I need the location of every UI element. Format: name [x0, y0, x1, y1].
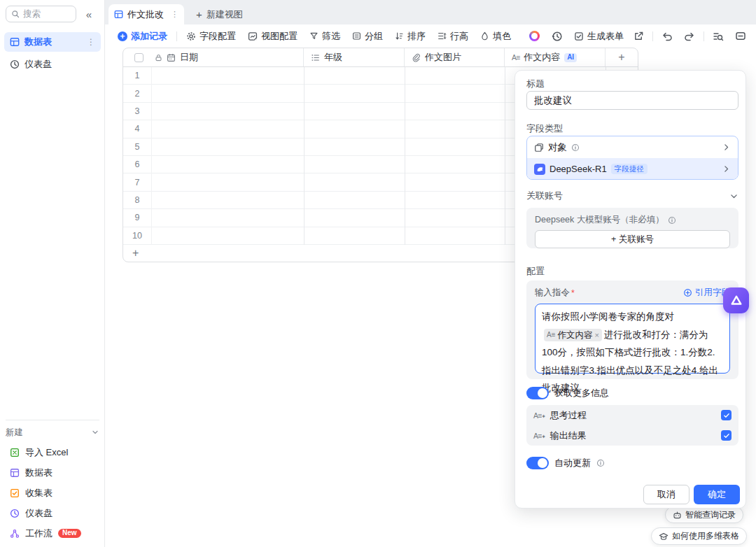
- find-records-icon[interactable]: [713, 31, 724, 42]
- group-button[interactable]: 分组: [352, 30, 383, 43]
- create-menu-item[interactable]: 工作流New: [4, 523, 101, 544]
- row-number: 1: [123, 71, 151, 80]
- output-option-label: 思考过程: [550, 409, 587, 422]
- new-section-header[interactable]: 新建: [6, 424, 99, 441]
- collapse-sidebar-icon[interactable]: «: [81, 6, 97, 22]
- grid-line: [304, 67, 304, 245]
- redo-icon[interactable]: [684, 31, 695, 42]
- account-section-header[interactable]: 关联账号: [526, 190, 738, 202]
- create-menu-item[interactable]: 仪表盘: [4, 503, 101, 523]
- more-info-toggle-row: 获取更多信息: [526, 387, 609, 399]
- view-config-button[interactable]: 视图配置: [248, 30, 298, 43]
- create-menu-item[interactable]: 导入 Excel: [4, 442, 101, 462]
- automation-history-icon[interactable]: [552, 31, 563, 42]
- ai-text-icon: A≡: [512, 53, 519, 62]
- help-pill[interactable]: 如何使用多维表格: [651, 527, 747, 545]
- auto-update-toggle[interactable]: [526, 457, 549, 469]
- more-icon[interactable]: ⋮: [87, 37, 95, 47]
- more-icon[interactable]: ⋮: [171, 10, 178, 19]
- column-header-4[interactable]: A≡作文内容AI: [505, 48, 606, 66]
- column-header-1[interactable]: 日期: [123, 48, 304, 66]
- title-label: 标题: [526, 78, 545, 90]
- fill-color-button[interactable]: 填色: [480, 30, 511, 43]
- text-field-star-icon: A≡✦: [533, 432, 545, 440]
- column-name: 作文内容: [524, 51, 560, 64]
- share-icon[interactable]: [634, 31, 644, 41]
- auto-update-toggle-row: 自动更新: [526, 457, 605, 469]
- close-icon[interactable]: ×: [595, 329, 599, 341]
- add-record-button[interactable]: + 添加记录: [118, 30, 167, 43]
- undo-icon[interactable]: [662, 31, 673, 42]
- output-option-row: A≡✦思考过程: [533, 406, 732, 425]
- sort-button[interactable]: 排序: [395, 30, 426, 43]
- plus-circle-icon: +: [118, 31, 127, 41]
- view-config-icon: [248, 31, 258, 41]
- output-option-label: 输出结果: [550, 429, 587, 442]
- prompt-text: 请你按照小学阅卷专家的角度对: [542, 311, 674, 322]
- add-record-label: 添加记录: [131, 30, 167, 43]
- checkbox-checked[interactable]: [721, 410, 732, 420]
- link-account-button[interactable]: + 关联账号: [535, 230, 730, 248]
- checkbox-checked[interactable]: [721, 430, 732, 441]
- sidebar-item-dashboard[interactable]: 仪表盘: [4, 55, 101, 74]
- search-box[interactable]: [6, 6, 76, 22]
- create-menu-item[interactable]: 收集表: [4, 483, 101, 503]
- select-icon: [311, 53, 320, 62]
- plus-icon: +: [196, 8, 202, 20]
- sidebar-item-label: 数据表: [24, 36, 52, 48]
- graduation-cap-icon: [659, 532, 668, 541]
- create-menu-item-label: 收集表: [25, 487, 52, 499]
- table-icon: [10, 468, 20, 478]
- create-menu-item[interactable]: 数据表: [4, 462, 101, 483]
- grid-line: [151, 67, 152, 245]
- info-icon[interactable]: [668, 216, 676, 225]
- prompt-editor[interactable]: 请你按照小学阅卷专家的角度对A≡作文内容×进行批改和打分：满分为100分，按照如…: [535, 304, 730, 374]
- create-menu: 导入 Excel数据表收集表仪表盘工作流New: [4, 442, 101, 544]
- new-view-button[interactable]: + 新建视图: [189, 4, 250, 24]
- field-config-button[interactable]: 字段配置: [186, 30, 236, 43]
- column-header-3[interactable]: 作文图片: [405, 48, 505, 66]
- search-input[interactable]: [23, 9, 65, 19]
- shortcut-badge: 字段捷径: [611, 164, 648, 174]
- info-icon[interactable]: [596, 459, 605, 467]
- auto-update-label: 自动更新: [554, 457, 591, 469]
- column-name: 作文图片: [425, 51, 461, 64]
- field-chip[interactable]: A≡作文内容×: [544, 329, 602, 341]
- ai-magic-icon[interactable]: [529, 31, 540, 41]
- filter-button[interactable]: 筛选: [309, 30, 340, 43]
- confirm-button[interactable]: 确定: [694, 485, 740, 504]
- row-number: 2: [123, 89, 151, 99]
- sidebar-item-datatable[interactable]: 数据表 ⋮: [4, 32, 101, 52]
- excel-icon: [10, 448, 20, 457]
- field-type-model-row[interactable]: DeepSeek-R1 字段捷径: [527, 158, 738, 180]
- divider: [704, 31, 704, 41]
- text-field-icon: A≡: [547, 329, 556, 341]
- smart-query-pill[interactable]: 智能查询记录: [665, 506, 743, 523]
- select-all-checkbox[interactable]: [134, 53, 144, 62]
- plus-icon: +: [132, 247, 139, 260]
- more-info-toggle[interactable]: [526, 387, 549, 399]
- create-menu-item-label: 工作流: [25, 527, 52, 540]
- plus-circle-outline-icon: [683, 288, 692, 297]
- prompt-label: 输入指令: [535, 287, 570, 299]
- chevron-down-icon[interactable]: [91, 428, 99, 436]
- output-option-row: A≡✦输出结果: [533, 426, 732, 445]
- field-title-input[interactable]: [526, 91, 738, 110]
- funnel-icon: [309, 31, 318, 41]
- tab-active-view[interactable]: 作文批改 ⋮: [108, 4, 184, 24]
- create-menu-item-label: 数据表: [25, 467, 52, 479]
- comment-icon[interactable]: [735, 31, 746, 42]
- assistant-float-button[interactable]: [723, 287, 749, 313]
- field-type-label: 字段类型: [526, 122, 563, 135]
- add-column-button[interactable]: +: [606, 48, 638, 66]
- info-icon[interactable]: [571, 143, 580, 152]
- generate-form-button[interactable]: 生成表单: [574, 30, 624, 43]
- column-header-2[interactable]: 年级: [304, 48, 405, 66]
- field-type-object-row[interactable]: 对象: [527, 136, 738, 158]
- chevron-down-icon[interactable]: [729, 192, 738, 201]
- robot-icon: [673, 511, 682, 520]
- cancel-button[interactable]: 取消: [643, 485, 690, 504]
- attachment-icon: [412, 53, 421, 62]
- sort-label: 排序: [407, 30, 426, 43]
- row-height-button[interactable]: 行高: [438, 30, 468, 43]
